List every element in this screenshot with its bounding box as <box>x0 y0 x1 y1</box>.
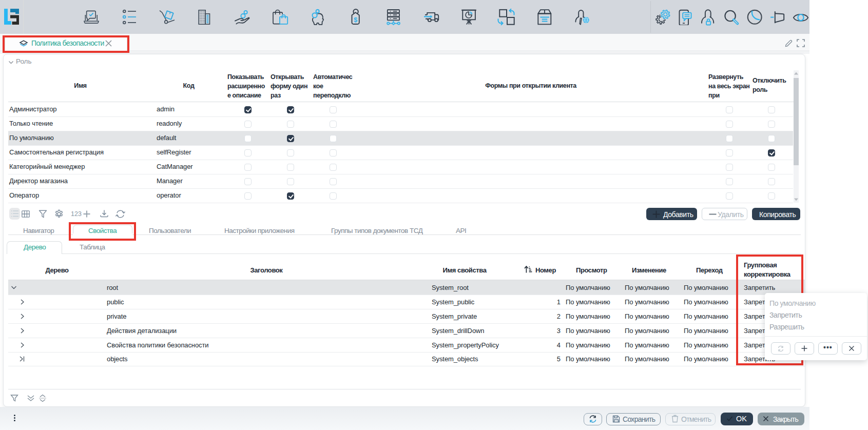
svg-text:$: $ <box>354 16 357 24</box>
